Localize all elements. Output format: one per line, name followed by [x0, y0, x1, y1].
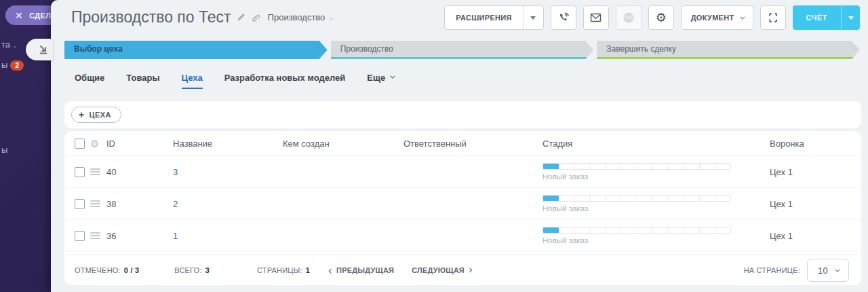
caret-down-icon	[530, 16, 536, 20]
detail-tabs: Общие Товары Цеха Разработка новых модел…	[75, 73, 854, 89]
pages-counter: СТРАНИЦЫ:1	[257, 266, 310, 274]
row-name-link[interactable]: 2	[173, 199, 283, 209]
deal-stage-bar: Выбор цеха Производство Завершить сделку	[64, 41, 860, 59]
total-counter: ВСЕГО:3	[174, 266, 210, 274]
col-funnel[interactable]: Воронка	[770, 139, 861, 149]
stage-label: Новый заказ	[542, 204, 770, 213]
tab-products[interactable]: Товары	[126, 73, 159, 89]
table-footer: ОТМЕЧЕНО:0 / 3 ВСЕГО:3 СТРАНИЦЫ:1 ПРЕДЫД…	[64, 255, 861, 285]
row-name-link[interactable]: 3	[173, 167, 283, 177]
tab-general[interactable]: Общие	[75, 73, 104, 89]
plus-icon: +	[79, 110, 85, 120]
funnel-value: Цех 1	[770, 199, 861, 209]
stage-underline-teal	[331, 57, 589, 59]
funnel-value: Цех 1	[770, 167, 861, 177]
invoice-split-button: СЧЁТ	[793, 5, 860, 30]
gear-icon: ⚙	[656, 12, 667, 24]
stage-underline-green	[597, 57, 854, 59]
stage-progress-bar[interactable]	[542, 195, 731, 202]
category-link[interactable]: Производство ⌄	[268, 12, 334, 22]
bg-menu-fragment-badge: ы2	[1, 60, 24, 71]
automation-button[interactable]	[760, 5, 786, 30]
tab-new-models[interactable]: Разработка новых моделей	[224, 73, 346, 89]
call-button[interactable]	[551, 5, 576, 30]
document-button[interactable]: ДОКУМЕНТ	[681, 5, 753, 30]
caret-down-icon	[848, 16, 854, 20]
globe-icon	[623, 12, 635, 24]
chevron-down-icon	[835, 267, 840, 272]
row-checkbox[interactable]	[75, 167, 85, 177]
col-responsible[interactable]: Ответственный	[403, 139, 542, 149]
counter-badge: 2	[10, 60, 24, 71]
row-menu-icon[interactable]	[90, 231, 100, 240]
row-menu-icon[interactable]	[90, 199, 100, 208]
phone-icon	[557, 12, 570, 24]
col-created-by[interactable]: Кем создан	[283, 139, 403, 149]
checked-counter: ОТМЕЧЕНО:0 / 3	[75, 266, 139, 274]
table-row: 36 1 Новый заказ Цех 1	[64, 220, 861, 252]
envelope-icon	[590, 13, 601, 22]
invoice-dropdown-caret[interactable]	[841, 5, 860, 30]
table-header-row: ⚙ ID Название Кем создан Ответственный С…	[64, 131, 861, 156]
corner-brackets-icon	[767, 12, 779, 24]
slider-collapse-button[interactable]	[26, 39, 53, 60]
chevron-down-icon	[391, 74, 395, 79]
bg-menu-fragment: та⌄	[1, 39, 18, 50]
chevron-down-icon: ⌄	[328, 14, 334, 21]
stage-cell: Новый заказ	[542, 163, 770, 181]
invoice-button[interactable]: СЧЁТ	[793, 5, 841, 30]
prev-page-button[interactable]: ПРЕДЫДУЩАЯ	[329, 266, 394, 274]
close-icon: ✕	[15, 10, 23, 21]
stage-progress-fill	[543, 196, 559, 201]
tab-workshops[interactable]: Цеха	[182, 73, 203, 89]
next-page-button[interactable]: СЛЕДУЮЩАЯ	[412, 266, 472, 274]
chevron-right-icon	[467, 268, 472, 272]
stage-progress-fill	[543, 164, 559, 169]
col-id[interactable]: ID	[106, 139, 173, 149]
table-row: 38 2 Новый заказ Цех 1	[64, 188, 861, 220]
funnel-value: Цех 1	[770, 231, 861, 241]
col-stage[interactable]: Стадия	[542, 139, 770, 149]
per-page-select[interactable]: 10	[807, 259, 849, 282]
select-all-checkbox[interactable]	[75, 139, 85, 149]
stage-cell: Новый заказ	[542, 195, 770, 213]
stage-finish[interactable]: Завершить сделку	[597, 41, 860, 59]
per-page-label: НА СТРАНИЦЕ:	[744, 266, 800, 274]
stage-label: Новый заказ	[542, 172, 770, 181]
row-id: 36	[106, 231, 173, 241]
chevron-down-icon	[740, 14, 745, 19]
stage-label: Новый заказ	[542, 236, 770, 244]
stage-progress-bar[interactable]	[542, 163, 731, 170]
page-title: Производство по Тест	[71, 8, 231, 26]
minimize-arrow-icon	[38, 44, 49, 55]
deal-slider-panel: Производство по Тест Производство ⌄ РАСШ…	[51, 0, 868, 292]
chevron-left-icon	[329, 268, 334, 273]
row-name-link[interactable]: 1	[173, 231, 283, 241]
extensions-split-button: РАСШИРЕНИЯ	[444, 5, 543, 30]
row-id: 38	[106, 199, 173, 209]
add-workshop-button[interactable]: + ЦЕХА	[71, 107, 121, 123]
stage-production[interactable]: Производство	[331, 41, 594, 59]
stage-current[interactable]: Выбор цеха	[64, 41, 328, 59]
extensions-dropdown-caret[interactable]	[523, 6, 543, 29]
workshops-table: ⚙ ID Название Кем создан Ответственный С…	[64, 131, 861, 285]
extensions-button[interactable]: РАСШИРЕНИЯ	[445, 6, 522, 29]
email-button[interactable]	[583, 5, 609, 30]
row-checkbox[interactable]	[75, 231, 85, 241]
stage-cell: Новый заказ	[542, 227, 770, 244]
tab-more[interactable]: Еще	[367, 73, 393, 89]
toolbar-card: + ЦЕХА	[64, 101, 861, 128]
table-row: 40 3 Новый заказ Цех 1	[64, 156, 861, 188]
row-checkbox[interactable]	[75, 199, 85, 209]
edit-pencil-icon[interactable]	[237, 13, 245, 22]
row-id: 40	[106, 167, 173, 177]
col-name[interactable]: Название	[173, 139, 283, 149]
link-icon[interactable]	[251, 13, 260, 22]
stage-progress-bar[interactable]	[542, 227, 731, 234]
bg-menu-fragment-2: ы	[1, 145, 7, 155]
1c-disabled-button	[616, 5, 642, 30]
row-menu-icon[interactable]	[90, 167, 100, 177]
stage-progress-fill	[543, 227, 559, 233]
grid-settings-gear-icon[interactable]: ⚙	[90, 139, 106, 149]
settings-button[interactable]: ⚙	[648, 5, 674, 30]
